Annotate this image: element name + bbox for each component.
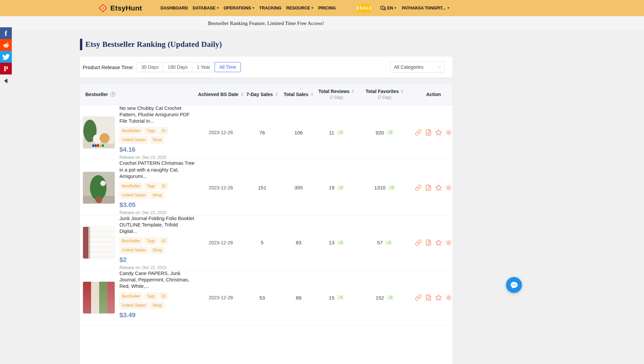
report-icon[interactable]	[425, 184, 432, 191]
total-favorites-value: 152	[375, 295, 384, 301]
settings-gear-icon[interactable]	[445, 294, 452, 301]
filter-card: Product Release Time: 30 Days180 Days1 Y…	[80, 57, 452, 78]
link-icon[interactable]	[415, 239, 422, 246]
product-title-link[interactable]: Junk Journal Folding Folio Booklet OUTLI…	[119, 215, 196, 235]
achieved-bs-date-value: 2023-12-28	[196, 130, 245, 135]
tag-chip[interactable]: Tags	[144, 293, 158, 300]
tag-chip[interactable]: ID	[159, 237, 168, 245]
nav-item-operations[interactable]: OPERATIONS	[224, 6, 255, 10]
product-image[interactable]	[83, 281, 115, 314]
product-title-link[interactable]: No sew Chubby Cat Crochet Pattern, Plush…	[119, 105, 196, 124]
sort-icon[interactable]	[275, 93, 278, 96]
nav-item-database[interactable]: DATABASE	[193, 6, 219, 10]
user-menu[interactable]: PATHAKSA TONGPIT...	[402, 6, 449, 10]
tag-chip[interactable]: BestSeller	[119, 293, 143, 300]
tag-chip[interactable]: Shop	[150, 246, 164, 254]
facebook-share-button[interactable]: f	[0, 27, 12, 39]
product-release-date	[119, 321, 196, 325]
link-icon[interactable]	[415, 129, 422, 136]
product-image[interactable]	[83, 172, 115, 204]
report-icon[interactable]	[425, 294, 432, 301]
header-total-favorites-sub: (7-Day)	[378, 95, 391, 100]
chat-widget-button[interactable]	[506, 277, 522, 293]
tag-chip[interactable]: ID	[159, 293, 168, 300]
product-price: $3.49	[119, 311, 196, 319]
tag-chip[interactable]: Shop	[150, 136, 164, 144]
reviews-change-badge: 0	[337, 295, 344, 300]
favorite-star-icon[interactable]	[435, 129, 442, 136]
product-image[interactable]	[83, 226, 115, 259]
release-filter-1-year[interactable]: 1 Year	[192, 62, 215, 72]
etsyhunt-logo-icon	[98, 3, 108, 13]
link-icon[interactable]	[415, 184, 422, 191]
main-nav: DASHBOARDDATABASEOPERATIONSTRACKINGRESOU…	[161, 6, 336, 10]
report-icon[interactable]	[425, 129, 432, 136]
header-date-label: Achieved BS Date	[198, 92, 239, 97]
total-favorites-cell: 920 0	[355, 130, 415, 135]
settings-gear-icon[interactable]	[445, 129, 452, 136]
tag-chip[interactable]: BestSeller	[119, 127, 143, 134]
tag-chip[interactable]: United States	[119, 302, 148, 309]
product-cell: Candy Cane PAPERS, Junk Journal, Pepperm…	[80, 270, 196, 325]
nav-item-tracking[interactable]: TRACKING	[259, 6, 281, 10]
settings-gear-icon[interactable]	[445, 184, 452, 191]
sidebar-collapse-arrow-icon[interactable]	[4, 79, 7, 83]
tag-chip[interactable]: ID	[159, 182, 168, 190]
help-icon[interactable]: ?	[110, 92, 115, 97]
tag-chip[interactable]: United States	[119, 246, 148, 254]
tag-chip[interactable]: United States	[119, 136, 148, 144]
tag-chip[interactable]: BestSeller	[119, 182, 143, 190]
header-total-sales-label: Total Sales	[284, 92, 308, 97]
release-time-label: Product Release Time:	[83, 64, 134, 70]
favorite-star-icon[interactable]	[435, 239, 442, 246]
reviews-change-badge: 0	[337, 130, 344, 135]
product-price: $4.16	[119, 146, 196, 153]
nav-item-label: OPERATIONS	[224, 6, 251, 10]
total-favorites-value: 57	[377, 240, 383, 245]
sort-icon[interactable]	[241, 93, 244, 96]
language-label: EN	[387, 6, 393, 10]
nav-item-pricing[interactable]: PRICING	[318, 6, 336, 10]
favorites-change-badge: 0	[388, 185, 395, 190]
tag-chip[interactable]: BestSeller	[119, 237, 143, 245]
category-select[interactable]: All Categories	[390, 61, 444, 73]
report-icon[interactable]	[425, 239, 432, 246]
tag-chip[interactable]: Tags	[144, 127, 158, 134]
language-selector[interactable]: A EN	[380, 5, 396, 11]
favorites-change-value: 0	[390, 295, 392, 300]
nav-item-label: DATABASE	[193, 6, 216, 10]
pinterest-share-button[interactable]: P	[0, 63, 12, 74]
sort-icon[interactable]	[311, 93, 313, 96]
product-cell: Crochet PATTERN Christmas Tree in a pot …	[80, 160, 196, 215]
link-icon[interactable]	[415, 294, 422, 301]
header-action-label: Action	[426, 92, 441, 97]
tag-chip[interactable]: Tags	[144, 182, 158, 190]
total-sales-value: 89	[279, 295, 318, 301]
nav-item-dashboard[interactable]: DASHBOARD	[161, 6, 188, 10]
tag-chip[interactable]: Shop	[150, 191, 164, 199]
sort-icon[interactable]	[401, 90, 403, 93]
tag-chip[interactable]: Shop	[150, 302, 164, 309]
brand-logo[interactable]: EtsyHunt	[98, 3, 142, 13]
tag-chip[interactable]: United States	[119, 191, 148, 199]
release-filter-30-days[interactable]: 30 Days	[137, 62, 163, 72]
seven-day-sales-value: 53	[245, 295, 279, 301]
tag-chip[interactable]: Tags	[144, 237, 158, 245]
reddit-share-button[interactable]	[0, 39, 12, 51]
title-accent-bar	[80, 39, 82, 50]
product-title-link[interactable]: Crochet PATTERN Christmas Tree in a pot …	[119, 160, 196, 179]
esale-button[interactable]: ESALE	[357, 4, 373, 12]
settings-gear-icon[interactable]	[445, 239, 452, 246]
product-image[interactable]	[83, 116, 115, 149]
release-filter-all-time[interactable]: All Time	[215, 62, 241, 72]
seven-day-sales-value: 5	[245, 240, 279, 245]
nav-item-resource[interactable]: RESOURCE	[286, 6, 313, 10]
favorite-star-icon[interactable]	[435, 294, 442, 301]
navbar-inner: EtsyHunt DASHBOARDDATABASEOPERATIONSTRAC…	[98, 0, 439, 16]
twitter-share-button[interactable]	[0, 51, 12, 63]
release-filter-180-days[interactable]: 180 Days	[163, 62, 192, 72]
sort-icon[interactable]	[352, 90, 354, 93]
tag-chip[interactable]: ID	[159, 127, 168, 134]
favorite-star-icon[interactable]	[435, 184, 442, 191]
product-title-link[interactable]: Candy Cane PAPERS, Junk Journal, Pepperm…	[119, 270, 196, 290]
